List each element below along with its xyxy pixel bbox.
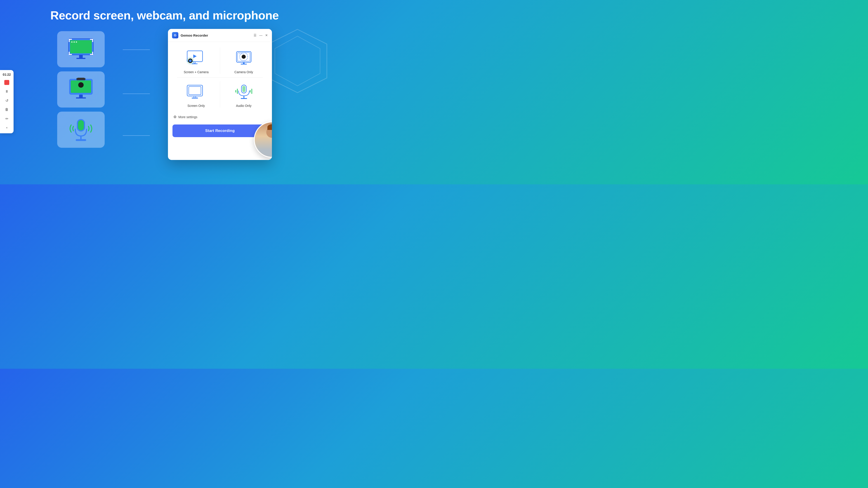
svg-rect-9 bbox=[69, 54, 72, 55]
options-row-1: Screen + Camera bbox=[173, 44, 268, 77]
svg-rect-53 bbox=[242, 86, 246, 92]
option-audio-only[interactable]: Audio Only bbox=[220, 78, 268, 111]
camera-only-label: Camera Only bbox=[235, 70, 253, 74]
page-header: Record screen, webcam, and microphone bbox=[0, 0, 329, 27]
svg-rect-27 bbox=[76, 139, 86, 141]
app-logo: G bbox=[172, 32, 178, 38]
screen-illustration bbox=[65, 37, 97, 61]
more-settings-label: More settings bbox=[178, 115, 197, 119]
gear-icon: ⚙ bbox=[174, 115, 177, 119]
svg-rect-16 bbox=[76, 58, 86, 59]
minimize-button[interactable]: — bbox=[259, 33, 262, 37]
connector-lines bbox=[123, 31, 150, 154]
app-window: G Gemoo Recorder ☰ — ✕ bbox=[168, 29, 272, 160]
svg-rect-47 bbox=[241, 64, 247, 65]
screen-camera-icon bbox=[185, 50, 208, 68]
webcam-preview bbox=[254, 122, 272, 158]
app-title: Gemoo Recorder bbox=[181, 33, 254, 37]
svg-rect-46 bbox=[243, 62, 245, 64]
svg-rect-51 bbox=[192, 98, 198, 98]
screen-card bbox=[57, 31, 105, 67]
option-screen-camera[interactable]: Screen + Camera bbox=[173, 44, 220, 77]
svg-rect-5 bbox=[69, 39, 70, 42]
svg-point-44 bbox=[242, 55, 246, 59]
svg-point-14 bbox=[76, 41, 77, 43]
audio-only-icon bbox=[232, 83, 255, 101]
mic-card bbox=[57, 111, 105, 148]
svg-rect-49 bbox=[189, 87, 201, 95]
options-area: Screen + Camera bbox=[168, 42, 272, 111]
screen-camera-label: Screen + Camera bbox=[184, 70, 209, 74]
svg-rect-22 bbox=[79, 95, 83, 98]
svg-point-38 bbox=[189, 59, 192, 62]
svg-rect-23 bbox=[76, 97, 86, 98]
svg-rect-3 bbox=[70, 40, 92, 53]
svg-rect-26 bbox=[80, 136, 82, 139]
page-title: Record screen, webcam, and microphone bbox=[4, 8, 324, 22]
main-content: G Gemoo Recorder ☰ — ✕ bbox=[0, 27, 329, 160]
svg-point-13 bbox=[73, 41, 75, 43]
svg-rect-54 bbox=[243, 96, 244, 98]
window-controls: ☰ — ✕ bbox=[254, 33, 268, 37]
option-screen-only[interactable]: Screen Only bbox=[173, 78, 220, 111]
audio-only-label: Audio Only bbox=[236, 104, 251, 107]
option-camera-only[interactable]: Camera Only bbox=[220, 44, 268, 77]
mic-illustration bbox=[66, 117, 96, 143]
camera-card bbox=[57, 71, 105, 107]
screen-only-icon bbox=[185, 83, 208, 101]
start-recording-button[interactable]: Start Recording bbox=[173, 125, 268, 137]
svg-rect-20 bbox=[78, 78, 84, 79]
svg-rect-11 bbox=[90, 54, 93, 55]
svg-point-12 bbox=[71, 41, 72, 43]
left-icons-column bbox=[57, 31, 105, 148]
svg-point-43 bbox=[243, 53, 243, 54]
svg-rect-55 bbox=[241, 98, 247, 99]
svg-point-41 bbox=[239, 53, 240, 54]
svg-rect-7 bbox=[92, 39, 93, 42]
svg-rect-15 bbox=[79, 55, 83, 58]
camera-illustration bbox=[65, 78, 97, 101]
menu-button[interactable]: ☰ bbox=[254, 33, 256, 37]
camera-only-icon bbox=[232, 50, 255, 68]
svg-point-21 bbox=[78, 82, 84, 88]
options-row-2: Screen Only bbox=[173, 78, 268, 111]
more-settings[interactable]: ⚙ More settings bbox=[168, 111, 272, 123]
screen-only-label: Screen Only bbox=[187, 104, 205, 107]
close-button[interactable]: ✕ bbox=[265, 33, 268, 37]
title-bar: G Gemoo Recorder ☰ — ✕ bbox=[168, 29, 272, 42]
svg-rect-25 bbox=[78, 120, 84, 130]
